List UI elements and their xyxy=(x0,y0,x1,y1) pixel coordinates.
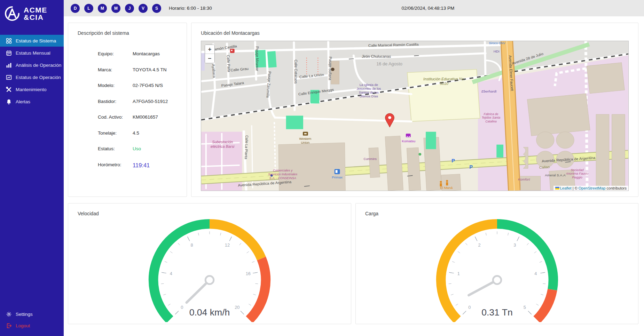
weekday-chip-viernes[interactable]: V xyxy=(139,4,148,13)
description-rows: Equipo: Montacargas Marca: TOYOTA 4.5 TN… xyxy=(68,50,187,170)
map-canvas: Calle Mariscal Ramón Castilla al Ramón C… xyxy=(201,41,628,191)
topbar: D L M M J V S Horario: 6:00 - 18:30 02/0… xyxy=(64,0,644,16)
svg-text:0.31 Tn: 0.31 Tn xyxy=(481,307,513,318)
description-row-estatus: Estatus: Uso xyxy=(68,145,187,152)
calendar-icon xyxy=(6,50,12,56)
sidebar: ACME &CIA Estatus de Sistema xyxy=(0,0,64,336)
openstreetmap-link[interactable]: OpenStreetMap xyxy=(579,186,606,190)
map-card: Ubicación del Montacargas xyxy=(191,23,638,197)
ukraine-flag-icon xyxy=(555,187,559,190)
svg-text:8: 8 xyxy=(191,242,193,248)
fabrica-label: Fabrica de Tejidos Santa Catalina xyxy=(480,112,502,127)
conseinsa-label: Comerciales y Servicios Industriales S.A… xyxy=(266,169,299,188)
brand-line2: &CIA xyxy=(24,14,47,21)
weekday-chip-domingo[interactable]: D xyxy=(71,4,80,13)
gear-icon xyxy=(6,311,12,317)
schedule-label: Horario: 6:00 - 18:30 xyxy=(169,6,212,11)
sidebar-item-estatus-sistema[interactable]: Estatus de Sistema xyxy=(0,35,64,47)
tree-icon xyxy=(418,153,421,155)
sidebar-item-estatus-mensual[interactable]: Estatus Mensual xyxy=(0,47,64,59)
row-gauges: Velocidad 0481216200.04 km/h Carga 01234… xyxy=(68,203,638,324)
current-datetime: 02/06/2024, 04:48:13 PM xyxy=(402,6,455,11)
carga-gauge-card: Carga 0123450.31 Tn xyxy=(355,203,638,324)
sidebar-item-settings[interactable]: Settings xyxy=(0,309,64,320)
sidebar-item-label: Estatus Mensual xyxy=(16,50,50,56)
poi-label: Komatsu xyxy=(402,139,415,143)
main-area: D L M M J V S Horario: 6:00 - 18:30 02/0… xyxy=(64,0,644,336)
line-chart-icon xyxy=(6,74,12,80)
svg-text:3: 3 xyxy=(513,242,516,248)
sidebar-item-analisis-operacion[interactable]: Análisis de Operación xyxy=(0,59,64,71)
brand-logo-text: ACME &CIA xyxy=(24,6,47,21)
sidebar-item-logout[interactable]: Logout xyxy=(0,320,64,331)
street-label: Calle Catacaos xyxy=(294,59,298,83)
weekday-chip-jueves[interactable]: J xyxy=(125,4,134,13)
western-union-label: Western Union xyxy=(294,137,316,147)
weekday-chip-martes[interactable]: M xyxy=(98,4,107,13)
street-label: Callao xyxy=(539,165,550,170)
map-zoom-out-button[interactable]: − xyxy=(205,54,214,63)
map-card-title: Ubicación del Montacargas xyxy=(191,23,638,36)
svg-text:20: 20 xyxy=(235,305,239,310)
car-dealer-icon xyxy=(406,134,411,137)
bell-icon xyxy=(6,99,12,105)
svg-text:1: 1 xyxy=(457,271,460,276)
description-row-horometro: Horómetro: 119:41 xyxy=(68,161,187,170)
sidebar-item-label: Alertas xyxy=(16,99,30,104)
weekday-chip-sabado[interactable]: S xyxy=(152,4,161,13)
map-zoom-control: + − xyxy=(205,45,215,63)
ameral-label: Ameral S.A.A xyxy=(544,174,566,184)
brand-line1: ACME xyxy=(24,6,47,14)
sidebar-item-mantenimiento[interactable]: Mantenimiento xyxy=(0,83,64,95)
weekday-chip-miercoles[interactable]: M xyxy=(111,4,120,13)
row-top: Descripción del sistema Equipo: Montacar… xyxy=(68,23,638,197)
map-attribution: Leaflet | © OpenStreetMap contributors xyxy=(553,186,628,191)
description-row-marca: Marca: TOYOTA 4.5 TN xyxy=(68,66,187,73)
description-row-tonelaje: Tonelaje: 4.5 xyxy=(68,130,187,137)
poi-label: Primax xyxy=(332,175,343,179)
leaflet-map[interactable]: Calle Mariscal Ramón Castilla al Ramón C… xyxy=(201,41,629,191)
sidebar-item-estatus-operacion[interactable]: Estatus de Operación xyxy=(0,71,64,83)
app-root: ACME &CIA Estatus de Sistema xyxy=(0,0,644,336)
poi-label: Cummins xyxy=(364,157,377,161)
sidebar-item-label: Estatus de Operación xyxy=(16,75,61,80)
svg-text:4: 4 xyxy=(534,271,537,276)
carga-title: Carga xyxy=(356,203,638,216)
content: Descripción del sistema Equipo: Montacar… xyxy=(64,16,644,336)
svg-text:4: 4 xyxy=(170,271,172,276)
area-label: 16 de Agosto xyxy=(376,62,402,67)
map-zoom-in-button[interactable]: + xyxy=(205,45,214,54)
school-label: Institución Educativa No. 5010 xyxy=(421,77,467,100)
parking-label: P xyxy=(469,165,473,170)
description-row-equipo: Equipo: Montacargas xyxy=(68,50,187,57)
poi-label: Eberhardt xyxy=(481,89,497,93)
svg-text:0: 0 xyxy=(468,305,471,310)
sidebar-footer: Settings Logout xyxy=(0,309,64,336)
carga-gauge: 0123450.31 Tn xyxy=(400,218,595,322)
poi-label: Komfort xyxy=(518,178,530,182)
street-label: Pasaje Miramar xyxy=(255,46,259,71)
weekday-selector: D L M M J V S xyxy=(71,4,161,13)
sidebar-item-label: Estatus de Sistema xyxy=(16,38,56,43)
street-label: Calle La Planta xyxy=(244,135,249,159)
church-label: La Iglesia de Jesucristo de los Santos d… xyxy=(356,83,382,118)
velocidad-gauge: 0481216200.04 km/h xyxy=(112,218,307,322)
svg-text:0: 0 xyxy=(181,305,183,310)
sidebar-item-label: Settings xyxy=(16,312,33,317)
sidebar-item-alertas[interactable]: Alertas xyxy=(0,96,64,107)
brand-logo-icon xyxy=(4,6,20,22)
parking-label: P xyxy=(451,158,455,163)
siroco-label: Siroco GNV xyxy=(489,42,505,51)
svg-text:16: 16 xyxy=(246,271,251,276)
svg-text:12: 12 xyxy=(225,242,230,248)
leaflet-link[interactable]: Leaflet xyxy=(560,186,572,190)
poi-label: El Maná xyxy=(440,186,453,190)
weekday-chip-lunes[interactable]: L xyxy=(84,4,93,13)
horometro-value: 119:41 xyxy=(133,161,174,170)
svg-text:2: 2 xyxy=(478,242,480,248)
dashboard-icon xyxy=(6,38,12,44)
svg-text:0.04 km/h: 0.04 km/h xyxy=(189,307,230,318)
substation-label: Subestación eléctrica Barsi xyxy=(205,140,241,163)
logout-icon xyxy=(6,323,12,329)
description-row-modelo: Modelo: 02-7FG45 N/S xyxy=(68,82,187,89)
